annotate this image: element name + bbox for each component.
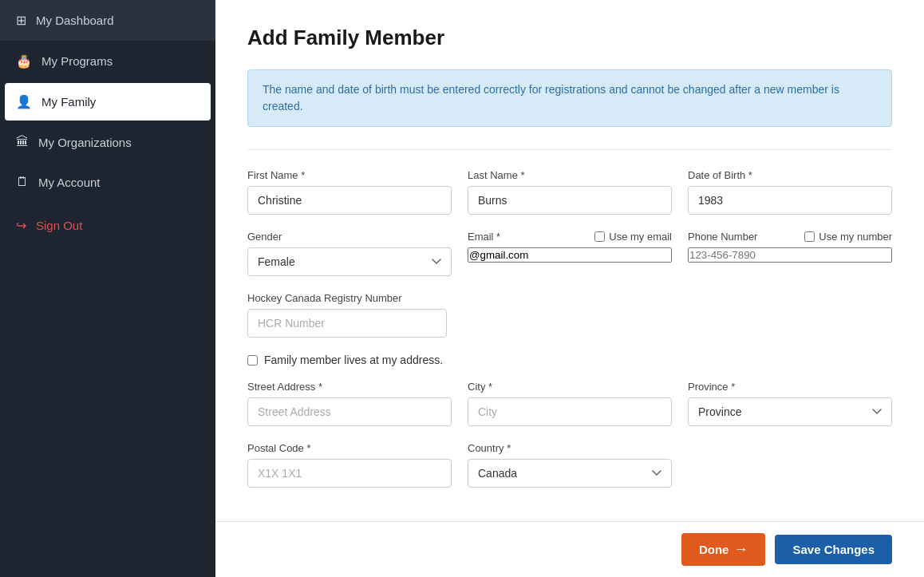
done-button[interactable]: Done → [681, 533, 766, 566]
form-divider [247, 149, 892, 150]
sidebar-item-programs-label: My Programs [41, 54, 113, 68]
dob-label: Date of Birth * [688, 169, 892, 181]
sidebar-item-dashboard-label: My Dashboard [36, 14, 114, 27]
sidebar-item-signout[interactable]: ↪ Sign Out [0, 205, 215, 246]
spacer-group [688, 442, 892, 488]
province-group: Province * Province Alberta British Colu… [688, 381, 892, 426]
done-arrow-icon: → [733, 541, 748, 558]
province-select[interactable]: Province Alberta British Columbia Manito… [688, 397, 892, 426]
dob-input[interactable] [688, 186, 892, 215]
country-group: Country * Canada United States [468, 442, 672, 488]
info-banner: The name and date of birth must be enter… [247, 69, 892, 127]
first-name-group: First Name * [247, 169, 452, 215]
dashboard-icon: ⊞ [16, 13, 26, 28]
sidebar-item-organizations-label: My Organizations [38, 136, 132, 149]
country-label: Country * [468, 442, 672, 454]
hcr-label: Hockey Canada Registry Number [247, 292, 447, 304]
sidebar-item-organizations[interactable]: 🏛 My Organizations [0, 122, 215, 162]
signout-icon: ↪ [16, 218, 26, 233]
save-label: Save Changes [792, 543, 875, 556]
email-label: Email * [468, 231, 500, 243]
hcr-input[interactable] [247, 309, 447, 338]
street-label: Street Address * [247, 381, 452, 393]
use-my-number-label[interactable]: Use my number [804, 231, 892, 243]
save-changes-button[interactable]: Save Changes [775, 535, 892, 564]
country-select[interactable]: Canada United States [468, 459, 672, 488]
postal-country-row: Postal Code * Country * Canada United St… [247, 442, 892, 488]
organizations-icon: 🏛 [16, 135, 29, 149]
province-label: Province * [688, 381, 892, 393]
sidebar: ⊞ My Dashboard 🎂 My Programs 👤 My Family… [0, 0, 215, 577]
address-checkbox[interactable] [247, 355, 258, 366]
sidebar-item-family[interactable]: 👤 My Family [5, 83, 211, 121]
gender-select[interactable]: Female Male Non-binary Prefer not to say [247, 247, 452, 276]
main-content: Add Family Member The name and date of b… [215, 0, 924, 577]
email-input[interactable] [468, 247, 672, 263]
sidebar-item-account-label: My Account [38, 176, 101, 189]
street-group: Street Address * [247, 381, 452, 426]
postal-input[interactable] [247, 459, 452, 488]
email-label-row: Email * Use my email [468, 231, 672, 243]
programs-icon: 🎂 [16, 53, 32, 69]
use-my-number-checkbox[interactable] [804, 231, 815, 242]
email-group: Email * Use my email [468, 231, 672, 276]
gender-email-phone-row: Gender Female Male Non-binary Prefer not… [247, 231, 892, 276]
use-my-email-checkbox[interactable] [594, 231, 605, 242]
name-dob-row: First Name * Last Name * Date of Birth * [247, 169, 892, 215]
gender-label: Gender [247, 231, 452, 243]
done-label: Done [699, 543, 729, 556]
hcr-group: Hockey Canada Registry Number [247, 292, 447, 338]
first-name-input[interactable] [247, 186, 452, 215]
use-my-email-label[interactable]: Use my email [594, 231, 672, 243]
account-icon: 🗒 [16, 175, 29, 189]
address-row: Street Address * City * Province * Provi… [247, 381, 892, 426]
page-title: Add Family Member [247, 26, 892, 50]
city-group: City * [468, 381, 672, 426]
form-footer: Done → Save Changes [215, 521, 924, 577]
sidebar-item-programs[interactable]: 🎂 My Programs [0, 41, 215, 81]
city-label: City * [468, 381, 672, 393]
postal-group: Postal Code * [247, 442, 452, 488]
hcr-row: Hockey Canada Registry Number [247, 292, 892, 338]
sidebar-item-signout-label: Sign Out [36, 219, 82, 232]
gender-group: Gender Female Male Non-binary Prefer not… [247, 231, 452, 276]
phone-label-row: Phone Number Use my number [688, 231, 892, 243]
first-name-label: First Name * [247, 169, 452, 181]
sidebar-item-family-label: My Family [41, 95, 96, 109]
sidebar-item-dashboard[interactable]: ⊞ My Dashboard [0, 0, 215, 41]
family-icon: 👤 [16, 94, 32, 109]
phone-group: Phone Number Use my number [688, 231, 892, 276]
city-input[interactable] [468, 397, 672, 426]
street-input[interactable] [247, 397, 452, 426]
sidebar-item-account[interactable]: 🗒 My Account [0, 162, 215, 202]
last-name-input[interactable] [468, 186, 672, 215]
address-checkbox-label[interactable]: Family member lives at my address. [264, 354, 443, 366]
phone-label: Phone Number [688, 231, 757, 243]
last-name-label: Last Name * [468, 169, 672, 181]
phone-input[interactable] [688, 247, 892, 263]
dob-group: Date of Birth * [688, 169, 892, 215]
address-checkbox-row: Family member lives at my address. [247, 354, 892, 366]
postal-label: Postal Code * [247, 442, 452, 454]
last-name-group: Last Name * [468, 169, 672, 215]
